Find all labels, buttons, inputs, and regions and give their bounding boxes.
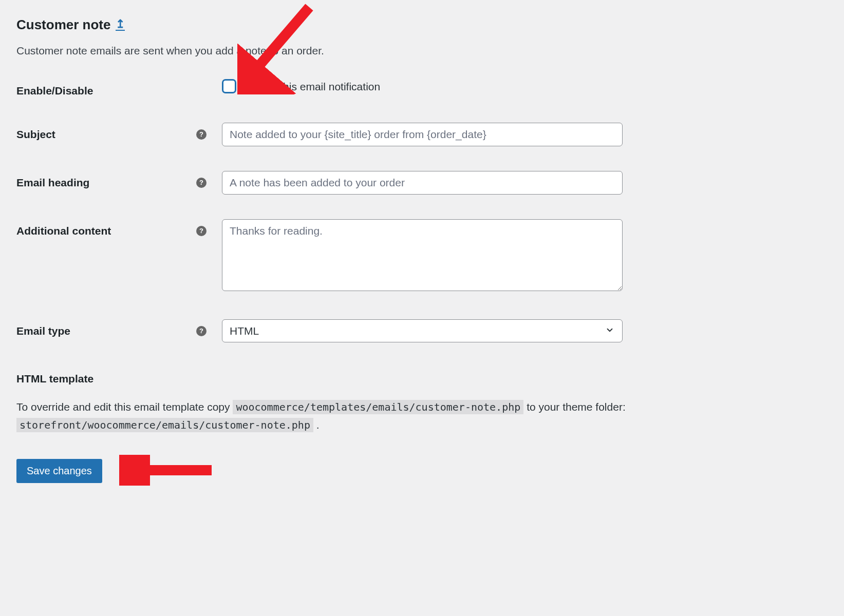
email-type-select[interactable]: HTML bbox=[222, 319, 623, 342]
back-icon: ↥ bbox=[116, 18, 125, 30]
row-subject: Subject ? bbox=[16, 123, 828, 146]
row-emailtype: Email type ? HTML bbox=[16, 319, 828, 342]
enable-checkbox[interactable] bbox=[222, 79, 236, 93]
enable-checkbox-label: Enable this email notification bbox=[243, 79, 380, 94]
help-icon[interactable]: ? bbox=[196, 178, 207, 188]
label-additional: Additional content bbox=[16, 223, 191, 238]
template-dest-path: storefront/woocommerce/emails/customer-n… bbox=[16, 418, 313, 432]
additional-content-input[interactable] bbox=[222, 219, 623, 291]
back-link[interactable]: ↥ bbox=[116, 18, 125, 31]
help-icon[interactable]: ? bbox=[196, 129, 207, 140]
save-button[interactable]: Save changes bbox=[16, 459, 102, 483]
template-text-middle: to your theme folder: bbox=[527, 401, 626, 413]
template-text-before: To override and edit this email template… bbox=[16, 401, 233, 413]
help-icon[interactable]: ? bbox=[196, 326, 207, 336]
row-additional: Additional content ? bbox=[16, 219, 828, 295]
subject-input[interactable] bbox=[222, 123, 623, 146]
heading-input[interactable] bbox=[222, 171, 623, 195]
label-emailtype: Email type bbox=[16, 323, 191, 338]
template-description: To override and edit this email template… bbox=[16, 398, 828, 434]
page-title: Customer note ↥ bbox=[16, 15, 125, 34]
page-description: Customer note emails are sent when you a… bbox=[16, 43, 828, 58]
html-template-heading: HTML template bbox=[16, 371, 828, 386]
help-icon[interactable]: ? bbox=[196, 226, 207, 236]
template-source-path: woocommerce/templates/emails/customer-no… bbox=[233, 400, 523, 414]
annotation-arrow-save bbox=[119, 455, 217, 486]
row-enable: Enable/Disable Enable this email notific… bbox=[16, 79, 828, 98]
template-text-after: . bbox=[316, 419, 320, 431]
label-subject: Subject bbox=[16, 127, 191, 142]
label-enable: Enable/Disable bbox=[16, 83, 222, 98]
label-heading: Email heading bbox=[16, 175, 191, 190]
row-heading: Email heading ? bbox=[16, 171, 828, 195]
page-title-text: Customer note bbox=[16, 15, 110, 34]
